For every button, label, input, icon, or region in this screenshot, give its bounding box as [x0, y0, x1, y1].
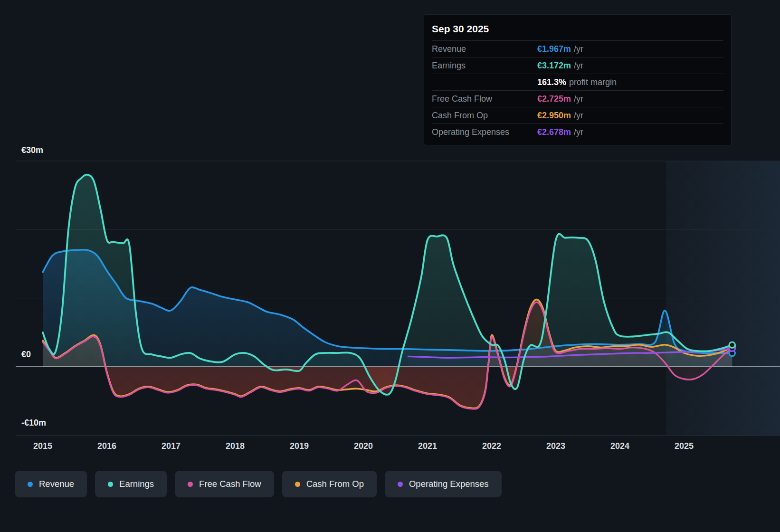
tooltip-row-suffix: /yr	[574, 60, 583, 71]
x-axis-label-2021: 2021	[418, 441, 437, 451]
free-cash-flow-dot-icon	[188, 482, 193, 487]
x-axis-label-2019: 2019	[290, 441, 309, 451]
x-axis-label-2016: 2016	[97, 441, 116, 451]
y-axis-label-30m: €30m	[21, 145, 43, 155]
x-axis-label-2017: 2017	[162, 441, 181, 451]
tooltip-row-suffix: /yr	[574, 110, 583, 121]
revenue-dot-icon	[28, 482, 33, 487]
tooltip-row-label: Cash From Op	[432, 110, 537, 121]
tooltip-row-free-cash-flow: Free Cash Flow €2.725m /yr	[432, 90, 723, 107]
tooltip-row-value: 161.3%	[537, 77, 566, 87]
tooltip-row-label: Earnings	[432, 60, 537, 71]
tooltip-row-label: Revenue	[432, 44, 537, 54]
legend-label: Free Cash Flow	[199, 479, 261, 489]
operating-expenses-dot-icon	[398, 482, 403, 487]
x-axis-label-2020: 2020	[354, 441, 373, 451]
x-axis-label-2023: 2023	[546, 441, 565, 451]
tooltip-date: Sep 30 2025	[432, 19, 723, 40]
tooltip-row-label: Operating Expenses	[432, 127, 537, 137]
tooltip-row-revenue: Revenue €1.967m /yr	[432, 40, 723, 57]
tooltip-row-value: €1.967m	[537, 44, 571, 54]
cash-from-op-dot-icon	[295, 482, 300, 487]
y-axis-label-neg10m: -€10m	[21, 418, 46, 428]
tooltip-row-suffix: /yr	[574, 44, 583, 54]
tooltip: Sep 30 2025 Revenue €1.967m /yr Earnings…	[424, 14, 732, 145]
legend-label: Cash From Op	[306, 479, 364, 489]
tooltip-row-profit-margin: 161.3% profit margin	[432, 74, 723, 90]
legend-item-cash-from-op[interactable]: Cash From Op	[282, 471, 377, 497]
legend-label: Operating Expenses	[409, 479, 489, 489]
x-axis-label-2015: 2015	[33, 441, 52, 451]
x-axis-label-2024: 2024	[610, 441, 629, 451]
tooltip-row-suffix: /yr	[574, 127, 583, 137]
tooltip-row-value: €2.725m	[537, 94, 571, 104]
legend: Revenue Earnings Free Cash Flow Cash Fro…	[15, 471, 502, 497]
tooltip-row-value: €3.172m	[537, 60, 571, 71]
legend-item-free-cash-flow[interactable]: Free Cash Flow	[175, 471, 274, 497]
tooltip-row-value: €2.950m	[537, 110, 571, 121]
legend-item-earnings[interactable]: Earnings	[95, 471, 167, 497]
legend-label: Revenue	[39, 479, 74, 489]
x-axis-label-2025: 2025	[675, 441, 694, 451]
tooltip-row-suffix: profit margin	[569, 77, 617, 87]
tooltip-row-suffix: /yr	[574, 94, 583, 104]
tooltip-row-value: €2.678m	[537, 127, 571, 137]
tooltip-row-label: Free Cash Flow	[432, 94, 537, 104]
y-axis-label-0: €0	[21, 350, 31, 360]
tooltip-row-operating-expenses: Operating Expenses €2.678m /yr	[432, 124, 723, 140]
x-axis-label-2018: 2018	[226, 441, 245, 451]
legend-item-operating-expenses[interactable]: Operating Expenses	[385, 471, 502, 497]
x-axis-label-2022: 2022	[482, 441, 501, 451]
legend-label: Earnings	[119, 479, 154, 489]
tooltip-row-cash-from-op: Cash From Op €2.950m /yr	[432, 107, 723, 124]
earnings-dot-icon	[108, 482, 113, 487]
legend-item-revenue[interactable]: Revenue	[15, 471, 87, 497]
tooltip-row-earnings: Earnings €3.172m /yr	[432, 57, 723, 74]
